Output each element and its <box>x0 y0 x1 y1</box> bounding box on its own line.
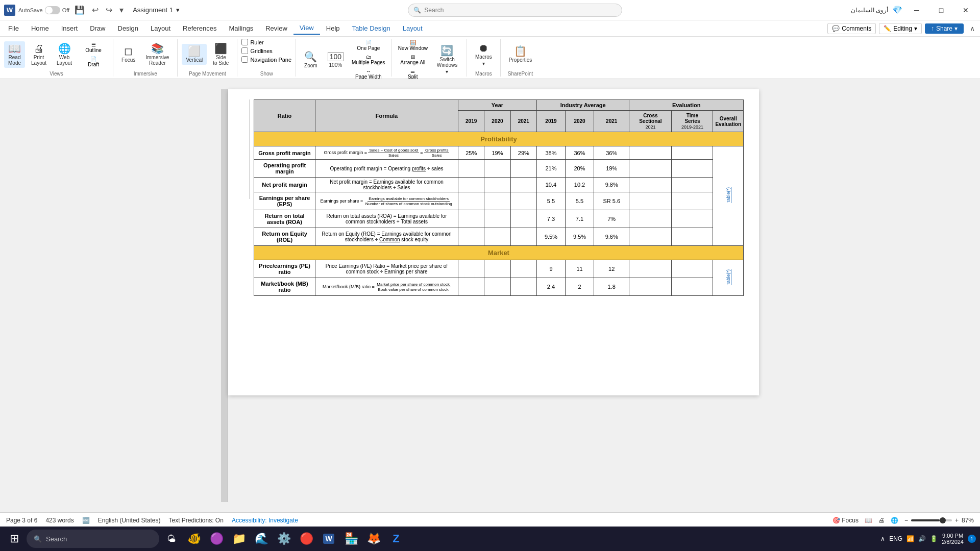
immersive-reader-button[interactable]: 📚 ImmersiveReader <box>141 41 173 68</box>
taskbar-browser[interactable]: 🐠 <box>184 529 204 549</box>
maximize-button[interactable]: □ <box>931 0 951 20</box>
read-mode-icon: 📖 <box>8 43 21 54</box>
tab-mailings[interactable]: Mailings <box>223 22 260 34</box>
zoom-icon: 🔍 <box>304 52 317 62</box>
tab-design[interactable]: Design <box>112 22 144 34</box>
share-button[interactable]: ↑ Share ▾ <box>925 23 964 34</box>
industry-average-header: Industry Average <box>536 100 629 111</box>
show-group-items: Ruler Gridlines Navigation Pane <box>241 39 291 70</box>
print-layout-status-btn[interactable]: 🖨 <box>878 517 885 524</box>
gpm-2020: 19% <box>484 146 510 160</box>
sharepoint-group: 📋 Properties SharePoint <box>501 39 541 77</box>
tab-view[interactable]: View <box>293 22 320 35</box>
taskbar-files[interactable]: 📁 <box>229 529 249 549</box>
gross-profit-formula: Gross profit margin = Sales − Cost of go… <box>315 146 458 160</box>
new-window-button[interactable]: 🪟 New Window <box>396 39 430 52</box>
taskbar-zoom[interactable]: Z <box>386 529 406 549</box>
zoom-button[interactable]: 🔍 Zoom <box>300 49 322 70</box>
search-input[interactable] <box>424 7 617 14</box>
customize-icon[interactable]: ▾ <box>117 4 126 16</box>
zoom-in-button[interactable]: + <box>955 517 959 524</box>
taskbar-app2[interactable]: 🟣 <box>206 529 227 549</box>
taskbar-firefox[interactable]: 🦊 <box>363 529 384 549</box>
notification-badge[interactable]: 1 <box>968 535 976 543</box>
zoom-100-button[interactable]: 100 100% <box>324 50 348 70</box>
web-layout-status-btn[interactable]: 🌐 <box>891 517 898 524</box>
mb-ind-2020: 2 <box>565 278 594 296</box>
tab-help[interactable]: Help <box>320 22 346 34</box>
read-mode-status-btn[interactable]: 📖 <box>865 517 872 524</box>
gridlines-checkbox[interactable]: Gridlines <box>241 47 272 54</box>
npm-2019 <box>458 178 484 192</box>
properties-button[interactable]: 📋 Properties <box>505 44 536 65</box>
focus-button[interactable]: ◻ Focus <box>117 44 139 65</box>
tab-table-design[interactable]: Table Design <box>346 22 397 34</box>
zoom-group: 🔍 Zoom 100 100% 📄 One Page 🗂 Multiple Pa… <box>296 39 392 77</box>
zoom-thumb[interactable] <box>940 517 946 523</box>
tab-draw[interactable]: Draw <box>84 22 111 34</box>
editing-button[interactable]: ✏️ Editing ▾ <box>879 23 922 34</box>
tab-file[interactable]: File <box>2 22 25 34</box>
roa-time <box>672 210 713 228</box>
tab-home[interactable]: Home <box>25 22 55 34</box>
draft-button[interactable]: 📄 Draft <box>78 55 109 68</box>
system-clock[interactable]: 9:00 PM 2/8/2024 <box>942 533 964 545</box>
accessibility-label[interactable]: Accessibility: Investigate <box>232 517 298 524</box>
focus-icon: ◻ <box>124 46 133 56</box>
zoom-slider[interactable] <box>911 519 952 521</box>
roe-2019 <box>458 228 484 246</box>
mb-2019 <box>458 278 484 296</box>
read-mode-button[interactable]: 📖 ReadMode <box>4 41 25 68</box>
tab-review[interactable]: Review <box>259 22 293 34</box>
taskbar-word[interactable]: W <box>318 529 339 549</box>
zoom-out-button[interactable]: − <box>904 517 908 524</box>
roa-row: Return on total assets (ROA) Return on t… <box>254 210 744 228</box>
opm-2019 <box>458 160 484 178</box>
taskbar-settings[interactable]: ⚙️ <box>274 529 294 549</box>
taskbar-powerpoint[interactable]: 🔴 <box>296 529 316 549</box>
tab-layout[interactable]: Layout <box>144 22 177 34</box>
one-page-button[interactable]: 📄 One Page <box>350 39 387 52</box>
tab-references[interactable]: References <box>177 22 223 34</box>
roe-cross <box>629 228 672 246</box>
autosave-toggle[interactable] <box>45 6 60 14</box>
undo-icon[interactable]: ↩ <box>90 4 101 16</box>
outline-button[interactable]: ☰ Outline <box>78 41 109 54</box>
roe-formula: Return on Equity (ROE) = Earnings availa… <box>315 228 458 246</box>
minimize-button[interactable]: ─ <box>906 0 927 20</box>
search-box[interactable]: 🔍 <box>408 4 622 17</box>
pe-2020 <box>484 260 510 278</box>
vertical-button[interactable]: ⬜ Vertical <box>182 44 207 65</box>
roe-ratio: Return on Equity (ROE) <box>254 228 315 246</box>
switch-windows-icon: 🔄 <box>440 45 453 56</box>
doc-title[interactable]: Assignment 1 <box>133 6 173 14</box>
web-layout-button[interactable]: 🌐 WebLayout <box>53 41 76 68</box>
ribbon-collapse-button[interactable]: ∧ <box>967 23 978 34</box>
taskbar-widget[interactable]: 🌤 <box>161 529 182 549</box>
tab-layout2[interactable]: Layout <box>397 22 429 34</box>
tab-insert[interactable]: Insert <box>55 22 84 34</box>
comments-button[interactable]: 💬 Comments <box>827 23 876 34</box>
save-icon[interactable]: 💾 <box>72 4 87 16</box>
taskbar-microsoft-store[interactable]: 🏪 <box>341 529 361 549</box>
year-2019-header: 2019 <box>458 111 484 132</box>
start-button[interactable]: ⊞ <box>4 529 24 549</box>
redo-icon[interactable]: ↪ <box>104 4 114 16</box>
pe-time <box>672 260 713 278</box>
close-button[interactable]: ✕ <box>955 0 976 20</box>
switch-windows-button[interactable]: 🔄 SwitchWindows ▾ <box>432 43 462 77</box>
focus-button[interactable]: 🎯 Focus <box>832 517 859 524</box>
macros-button[interactable]: ⏺ Macros ▾ <box>471 41 496 68</box>
navigation-pane-checkbox[interactable]: Navigation Pane <box>241 56 291 63</box>
multiple-pages-button[interactable]: 🗂 Multiple Pages <box>350 53 387 66</box>
document-page[interactable]: Ratio Formula Year Industry Average Eval… <box>228 89 759 395</box>
print-layout-button[interactable]: 🖨 PrintLayout <box>27 41 51 68</box>
mb-2021 <box>510 278 536 296</box>
side-to-side-button[interactable]: ⬛ Sideto Side <box>209 41 233 68</box>
taskbar-search-box[interactable]: 🔍 Search <box>27 530 159 548</box>
zoom-group-items: 🔍 Zoom 100 100% 📄 One Page 🗂 Multiple Pa… <box>300 39 387 81</box>
taskbar-edge[interactable]: 🌊 <box>251 529 272 549</box>
arrange-all-button[interactable]: ⊞ Arrange All <box>396 53 430 66</box>
ruler-checkbox[interactable]: Ruler <box>241 39 263 45</box>
show-hidden-icons[interactable]: ∧ <box>880 535 885 542</box>
